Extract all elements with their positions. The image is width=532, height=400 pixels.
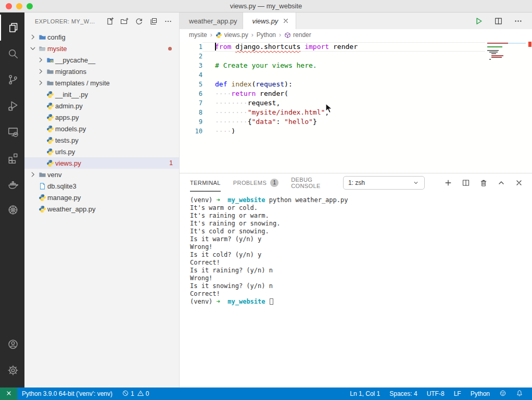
- extensions-icon: [7, 152, 19, 164]
- tree-item-views-py[interactable]: views.py 1: [24, 157, 179, 169]
- line-number: 1: [180, 42, 202, 52]
- close-icon[interactable]: [281, 16, 290, 26]
- zoom-window-button[interactable]: [27, 3, 33, 9]
- tree-item-mysite[interactable]: mysite: [24, 43, 179, 54]
- code-line-7[interactable]: 7 ········request,: [180, 98, 532, 108]
- code-line-1[interactable]: 1 from django.shortcuts import render: [180, 42, 532, 52]
- new-file-icon: [106, 17, 114, 26]
- symbol-cube-icon: [284, 32, 291, 39]
- explorer-header: EXPLORER: MY_W…: [24, 12, 179, 30]
- breadcrumb-views-py[interactable]: views.py: [216, 31, 248, 39]
- notifications-button[interactable]: [511, 388, 528, 400]
- new-folder-icon: [120, 17, 129, 26]
- tree-item-migrations[interactable]: migrations: [24, 66, 179, 77]
- explorer-title: EXPLORER: MY_W…: [35, 18, 95, 24]
- problems-status[interactable]: 1 0: [117, 388, 154, 400]
- accounts-icon: [7, 339, 19, 350]
- close-window-button[interactable]: [6, 3, 12, 9]
- maximize-panel-button[interactable]: [496, 177, 507, 189]
- tree-item-db-sqlite3[interactable]: db.sqlite3: [24, 180, 179, 192]
- activity-settings[interactable]: [0, 357, 24, 383]
- activity-extensions[interactable]: [0, 145, 24, 171]
- tree-item-models-py[interactable]: models.py: [24, 123, 179, 134]
- tree-item-tests-py[interactable]: tests.py: [24, 134, 179, 146]
- terminal-line: It's warm or cold.: [190, 204, 532, 212]
- more-actions-button[interactable]: [512, 15, 524, 27]
- more-actions-button[interactable]: [162, 16, 174, 27]
- panel-tab-problems[interactable]: PROBLEMS 1: [233, 173, 278, 192]
- activity-kubernetes[interactable]: [0, 197, 24, 223]
- code-line-2[interactable]: 2: [180, 52, 532, 61]
- cursor-position-status[interactable]: Ln 1, Col 1: [345, 388, 385, 400]
- code-line-5[interactable]: 5 def index(request):: [180, 80, 532, 89]
- terminal-output[interactable]: (venv) ➜ my_website python weather_app.p…: [180, 192, 532, 388]
- breadcrumb-python[interactable]: Python: [257, 31, 276, 39]
- python-icon: [39, 194, 46, 202]
- activity-run-and-debug[interactable]: [0, 93, 24, 119]
- code-line-4[interactable]: 4: [180, 70, 532, 80]
- breadcrumb-render[interactable]: render: [284, 31, 311, 39]
- tree-item-pycache[interactable]: __pycache__: [24, 54, 179, 66]
- split-editor-button[interactable]: [492, 15, 504, 27]
- end-of-line-status[interactable]: LF: [449, 388, 466, 400]
- db-file-icon: [39, 182, 46, 190]
- tab-weather-app-py[interactable]: weather_app.py: [180, 12, 243, 29]
- chevron-right-icon: [37, 68, 44, 75]
- panel-tab-debug-console[interactable]: DEBUG CONSOLE: [291, 173, 331, 192]
- tree-item-init-py[interactable]: __init__.py: [24, 89, 179, 100]
- more-actions-icon: [514, 17, 523, 26]
- breadcrumb-mysite[interactable]: mysite: [189, 31, 207, 39]
- indentation-status[interactable]: Spaces: 4: [385, 388, 422, 400]
- folder-open-icon: [39, 45, 46, 53]
- new-terminal-button[interactable]: [442, 177, 454, 189]
- code-line-10[interactable]: 10 ····): [180, 127, 532, 136]
- refresh-explorer-button[interactable]: [133, 16, 145, 27]
- terminal-shell-select[interactable]: 1: zsh: [343, 176, 425, 190]
- activity-remote-explorer[interactable]: [0, 119, 24, 145]
- tree-item-weather-app-py[interactable]: weather_app.py: [24, 203, 179, 215]
- tree-item-urls-py[interactable]: urls.py: [24, 146, 179, 157]
- split-terminal-button[interactable]: [460, 177, 472, 189]
- bottom-panel: TERMINAL PROBLEMS 1 DEBUG CONSOLE 1: zsh…: [180, 173, 532, 388]
- encoding-status[interactable]: UTF-8: [422, 388, 449, 400]
- folder-blue-icon: [39, 33, 46, 41]
- language-mode-status[interactable]: Python: [466, 388, 495, 400]
- tree-item-config[interactable]: config: [24, 31, 179, 43]
- code-line-6[interactable]: 6 ····return render(: [180, 89, 532, 98]
- panel-tab-terminal[interactable]: TERMINAL: [190, 173, 221, 192]
- minimap[interactable]: [487, 43, 526, 60]
- code-line-3[interactable]: 3 # Create your views here.: [180, 61, 532, 70]
- remote-indicator[interactable]: [0, 388, 17, 400]
- feedback-button[interactable]: [495, 388, 511, 400]
- activity-accounts[interactable]: [0, 331, 24, 357]
- activity-search[interactable]: [0, 41, 24, 67]
- tab-views-py[interactable]: views.py: [243, 12, 297, 29]
- code-line-8[interactable]: 8 ········"mysite/index.html",: [180, 108, 532, 117]
- overview-ruler: [527, 41, 532, 173]
- python-icon: [46, 114, 54, 121]
- python-icon: [46, 148, 54, 156]
- error-marker: [528, 42, 531, 47]
- activity-explorer[interactable]: [0, 15, 24, 41]
- warning-icon: [137, 390, 144, 398]
- new-folder-button[interactable]: [119, 16, 130, 27]
- tree-item-apps-py[interactable]: apps.py: [24, 111, 179, 123]
- close-panel-button[interactable]: [513, 177, 525, 189]
- activity-source-control[interactable]: [0, 67, 24, 93]
- tree-item-admin-py[interactable]: admin.py: [24, 100, 179, 111]
- new-file-button[interactable]: [104, 16, 116, 27]
- line-number: 8: [180, 108, 202, 117]
- minimize-window-button[interactable]: [16, 3, 22, 9]
- run-button[interactable]: [473, 15, 484, 27]
- search-icon: [7, 48, 19, 59]
- tree-item-templates-mysite[interactable]: templates / mysite: [24, 77, 179, 89]
- activity-docker[interactable]: [0, 171, 24, 197]
- breadcrumb: mysite› views.py› Python› render: [180, 29, 532, 41]
- python-interpreter-status[interactable]: Python 3.9.0 64-bit ('venv': venv): [17, 388, 117, 400]
- code-editor[interactable]: 1 from django.shortcuts import render 2 …: [180, 41, 532, 173]
- collapse-folders-button[interactable]: [148, 16, 159, 27]
- code-line-9[interactable]: 9 ········{"data": "hello"}: [180, 117, 532, 127]
- tree-item-manage-py[interactable]: manage.py: [24, 192, 179, 203]
- kill-terminal-button[interactable]: [478, 177, 489, 189]
- tree-item-venv[interactable]: venv: [24, 169, 179, 180]
